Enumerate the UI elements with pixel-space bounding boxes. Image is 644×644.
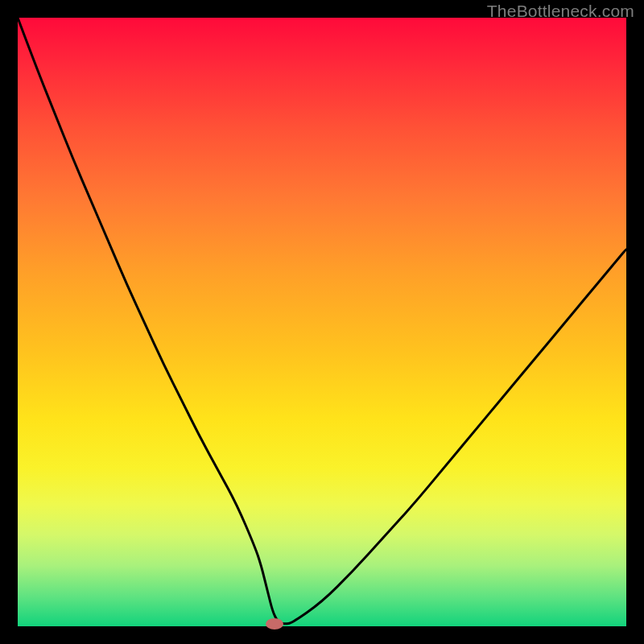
minimum-marker: [266, 618, 283, 630]
chart-frame: TheBottleneck.com: [0, 0, 644, 644]
watermark-text: TheBottleneck.com: [487, 2, 634, 21]
curve-layer: [18, 18, 626, 626]
bottleneck-curve: [18, 18, 626, 624]
